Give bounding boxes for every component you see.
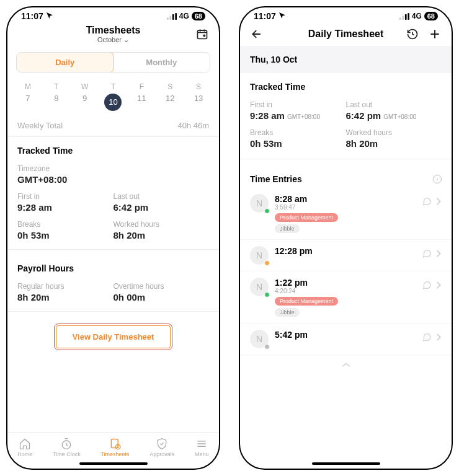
home-indicator (312, 462, 380, 465)
nav-menu[interactable]: Menu (195, 438, 209, 457)
comment-icon[interactable] (422, 249, 432, 260)
status-dot-icon (264, 208, 270, 214)
avatar: N (250, 194, 269, 213)
weekday-row: M T W T F S S (7, 79, 219, 94)
time-entry[interactable]: N 12:28 pm (240, 240, 452, 271)
svg-point-5 (203, 35, 205, 37)
overtime-value: 0h 00m (114, 292, 210, 302)
info-icon[interactable]: i (433, 175, 442, 183)
nav-time-clock[interactable]: Time Clock (53, 438, 81, 457)
status-bar: 11:07 4G 68 (7, 7, 219, 22)
chevron-right-icon (435, 249, 442, 260)
svg-rect-0 (167, 17, 169, 20)
project-tag: Jibble (275, 308, 300, 317)
breaks-label: Breaks (17, 220, 114, 229)
worked-label: Worked hours (346, 128, 442, 137)
day-9[interactable]: 9 (75, 94, 95, 111)
daynum-row: 7 8 9 10 11 12 13 (7, 94, 219, 117)
header: Timesheets October ⌄ (7, 22, 219, 46)
entry-duration: 4:20:24 (275, 288, 416, 294)
status-dot-icon (264, 344, 270, 350)
history-icon[interactable] (406, 27, 419, 41)
tab-daily[interactable]: Daily (16, 52, 114, 73)
avatar: N (250, 246, 269, 265)
last-out-value: 6:42 pmGMT+08:00 (346, 110, 442, 121)
time-entry[interactable]: N 5:42 pm (240, 324, 452, 355)
chevron-down-icon: ⌄ (123, 36, 129, 43)
first-in-value: 9:28 amGMT+08:00 (250, 110, 346, 121)
back-button[interactable] (250, 27, 264, 41)
last-out-label: Last out (114, 192, 210, 201)
last-out-label: Last out (346, 100, 442, 109)
bottom-nav: Home Time Clock Timesheets Approvals Men… (7, 432, 219, 460)
chevron-right-icon (435, 281, 442, 291)
breaks-label: Breaks (250, 128, 346, 137)
day-10-selected[interactable]: 10 (103, 94, 123, 111)
time-entries-title: Time Entries (250, 174, 302, 184)
location-icon (279, 11, 286, 21)
collapse-button[interactable] (240, 355, 452, 376)
chevron-right-icon (435, 197, 442, 208)
regular-label: Regular hours (17, 282, 114, 291)
location-icon (46, 11, 53, 21)
timesheet-icon (109, 438, 122, 450)
page-title: Timesheets (7, 25, 219, 36)
entry-time: 1:22 pm (275, 278, 416, 288)
tab-monthly[interactable]: Monthly (114, 53, 210, 72)
shield-check-icon (156, 438, 168, 450)
comment-icon[interactable] (422, 332, 432, 344)
timezone-label: Timezone (17, 164, 209, 173)
view-daily-timesheet-button[interactable]: View Daily Timesheet (56, 325, 171, 348)
entry-time: 12:28 pm (275, 246, 416, 256)
first-in-label: First in (17, 192, 114, 201)
breaks-value: 0h 53m (17, 230, 114, 240)
signal-icon (399, 13, 409, 20)
add-button[interactable] (428, 27, 442, 41)
phone-timesheets: 11:07 4G 68 Timesheets October ⌄ Daily M… (6, 6, 220, 470)
day-12[interactable]: 12 (160, 94, 180, 111)
day-13[interactable]: 13 (189, 94, 208, 111)
comment-icon[interactable] (422, 196, 432, 208)
tracked-time-title: Tracked Time (7, 137, 219, 161)
payroll-title: Payroll Hours (7, 255, 219, 278)
worked-label: Worked hours (114, 220, 210, 229)
day-8[interactable]: 8 (47, 94, 66, 111)
phone-daily-timesheet: 11:07 4G 68 Daily Timesheet Thu, 10 Oct (239, 6, 453, 470)
home-indicator (79, 462, 148, 465)
first-in-value: 9:28 am (17, 202, 114, 213)
day-7[interactable]: 7 (18, 94, 38, 111)
svg-rect-2 (172, 14, 174, 19)
nav-timesheets[interactable]: Timesheets (100, 438, 129, 457)
worked-value: 8h 20m (346, 138, 442, 149)
status-dot-icon (264, 292, 270, 298)
stopwatch-icon (60, 438, 73, 450)
svg-rect-12 (408, 13, 409, 20)
tracked-time-title: Tracked Time (240, 73, 452, 97)
entry-time: 5:42 pm (275, 330, 416, 340)
activity-tag: Product Management (275, 297, 338, 306)
svg-rect-4 (198, 30, 207, 38)
activity-tag: Product Management (275, 213, 338, 222)
overtime-label: Overtime hours (114, 282, 210, 291)
time-entry[interactable]: N 8:28 am 3:59:47 Product Management Jib… (240, 188, 452, 240)
home-icon (19, 438, 31, 450)
svg-rect-3 (175, 13, 177, 20)
battery-level: 68 (192, 12, 205, 20)
svg-rect-10 (402, 15, 404, 19)
header: Daily Timesheet (240, 22, 452, 46)
avatar: N (250, 330, 269, 348)
entry-time: 8:28 am (275, 194, 416, 204)
calendar-icon[interactable] (195, 27, 209, 41)
avatar: N (250, 278, 269, 296)
menu-icon (195, 438, 208, 450)
project-tag: Jibble (275, 224, 300, 233)
nav-home[interactable]: Home (17, 438, 32, 457)
day-11[interactable]: 11 (131, 94, 151, 111)
month-picker[interactable]: October ⌄ (7, 36, 219, 44)
nav-approvals[interactable]: Approvals (149, 438, 174, 457)
weekly-total-row: Weekly Total 40h 46m (7, 117, 219, 137)
comment-icon[interactable] (422, 280, 432, 292)
time-entry[interactable]: N 1:22 pm 4:20:24 Product Management Jib… (240, 271, 452, 324)
network-label: 4G (179, 12, 189, 20)
svg-rect-1 (169, 15, 171, 19)
